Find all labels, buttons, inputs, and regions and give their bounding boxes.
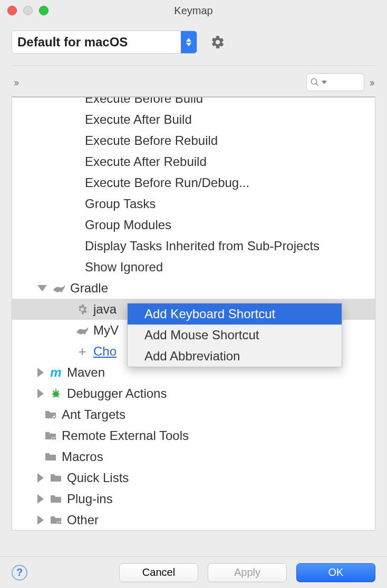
expand-right-button[interactable]: ›› (367, 74, 375, 91)
tree-action-label: Execute Before Run/Debug... (85, 175, 249, 190)
keymap-selector[interactable]: Default for macOS (12, 31, 197, 54)
keymap-tree[interactable]: Execute Before Build Execute After Build… (12, 96, 375, 531)
tree-node-label: MyV (93, 323, 119, 338)
tree-node-label: Cho (93, 344, 117, 359)
svg-line-1 (316, 83, 318, 86)
svg-line-6 (57, 391, 59, 393)
titlebar: Keymap (0, 0, 387, 21)
folder-icon (49, 513, 63, 527)
tree-node-remote[interactable]: Remote External Tools (12, 425, 375, 446)
tree-node-label: Macros (62, 449, 103, 464)
divider (12, 65, 375, 66)
dialog-button-bar: ? Cancel Apply OK (0, 556, 387, 588)
svg-line-7 (53, 396, 55, 398)
svg-line-5 (53, 391, 55, 393)
tree-action[interactable]: Execute After Build (12, 109, 375, 130)
folder-icon (44, 450, 57, 464)
svg-rect-13 (55, 438, 56, 439)
tree-action-label: Show Ignored (85, 260, 163, 275)
chevron-down-icon (322, 81, 327, 84)
tree-action[interactable]: Execute Before Rebuild (12, 130, 375, 151)
window-title: Keymap (0, 5, 387, 17)
apply-button: Apply (208, 563, 287, 582)
tree-action[interactable]: Execute Before Build (12, 96, 375, 109)
tree-node-macros[interactable]: Macros (12, 446, 375, 467)
chevron-right-icon[interactable] (37, 515, 44, 525)
tree-node-label: Remote External Tools (62, 428, 189, 443)
tree-action[interactable]: Group Tasks (12, 193, 375, 214)
help-button[interactable]: ? (12, 565, 27, 581)
tree-node-label: Gradle (70, 281, 108, 296)
tree-action-label: Execute After Rebuild (85, 154, 207, 169)
tree-action[interactable]: Execute Before Run/Debug... (12, 172, 375, 193)
chevron-right-icon[interactable] (37, 389, 44, 398)
tree-node-label: java (93, 302, 117, 317)
tree-action[interactable]: Group Modules (12, 214, 375, 236)
tree-node-label: Ant Targets (62, 407, 125, 422)
tree-action-label: Group Tasks (85, 197, 156, 211)
expand-left-button[interactable]: ›› (12, 74, 20, 91)
tree-node-other[interactable]: Other (12, 509, 375, 531)
svg-point-0 (311, 79, 317, 84)
dropdown-arrows-icon (181, 31, 197, 53)
tree-node-debugger[interactable]: Debugger Actions (12, 383, 375, 404)
gear-icon[interactable] (210, 34, 226, 50)
chevron-down-icon[interactable] (37, 285, 47, 291)
tree-action-label: Execute Before Rebuild (85, 133, 218, 148)
gradle-icon (75, 324, 89, 337)
tree-node-gradle[interactable]: Gradle (12, 278, 375, 299)
folder-icon (49, 471, 63, 485)
plus-icon: + (75, 345, 89, 358)
context-menu: Add Keyboard Shortcut Add Mouse Shortcut… (127, 303, 342, 367)
tree-node-plugins[interactable]: Plug-ins (12, 488, 375, 509)
tree-action[interactable]: Execute After Rebuild (12, 151, 375, 172)
tree-node-label: Plug-ins (67, 492, 113, 506)
folder-icon (44, 408, 57, 422)
tree-node-label: Maven (67, 365, 105, 380)
svg-rect-11 (52, 438, 53, 439)
menu-add-keyboard-shortcut[interactable]: Add Keyboard Shortcut (128, 303, 342, 325)
tree-action[interactable]: Show Ignored (12, 257, 375, 278)
ok-button[interactable]: OK (296, 563, 375, 582)
folder-icon (49, 492, 63, 506)
chevron-right-icon[interactable] (37, 494, 44, 504)
svg-rect-17 (60, 522, 61, 524)
search-input[interactable] (306, 73, 364, 91)
maven-icon: m (49, 366, 63, 379)
svg-rect-16 (59, 522, 60, 524)
svg-line-8 (57, 396, 59, 398)
keymap-selector-label: Default for macOS (12, 35, 181, 50)
tree-node-ant[interactable]: Ant Targets (12, 404, 375, 425)
bug-icon (49, 387, 63, 400)
svg-rect-12 (54, 438, 55, 439)
menu-add-mouse-shortcut[interactable]: Add Mouse Shortcut (128, 325, 342, 346)
tree-action-label: Execute Before Build (85, 96, 203, 106)
search-icon (310, 77, 320, 87)
folder-icon (44, 429, 57, 443)
tree-node-label: Quick Lists (67, 471, 129, 485)
chevron-right-icon[interactable] (37, 473, 44, 483)
chevron-right-icon[interactable] (37, 368, 44, 377)
gradle-icon (52, 281, 66, 295)
menu-add-abbreviation[interactable]: Add Abbreviation (128, 346, 342, 367)
tree-node-quicklists[interactable]: Quick Lists (12, 467, 375, 488)
tree-action-label: Group Modules (85, 218, 171, 232)
tree-node-label: Debugger Actions (67, 386, 167, 401)
gear-icon (75, 302, 89, 316)
tree-action-label: Display Tasks Inherited from Sub-Project… (85, 239, 320, 253)
cancel-button[interactable]: Cancel (119, 563, 198, 582)
tree-action[interactable]: Display Tasks Inherited from Sub-Project… (12, 236, 375, 257)
svg-rect-15 (57, 522, 59, 524)
tree-action-label: Execute After Build (85, 112, 192, 127)
tree-node-label: Other (67, 513, 99, 527)
